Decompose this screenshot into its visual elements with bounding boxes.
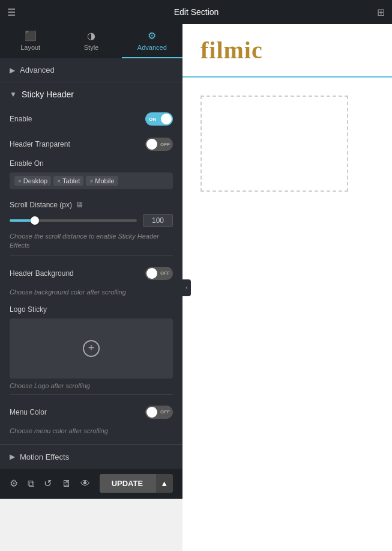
motion-effects-label: Motion Effects <box>20 452 69 461</box>
preview-dashed-box <box>201 96 348 192</box>
style-icon: ◑ <box>87 30 95 41</box>
sticky-header-toggle-header[interactable]: ▼ Sticky Header <box>0 82 182 106</box>
update-button[interactable]: UPDATE <box>100 474 155 493</box>
advanced-chevron-icon: ▶ <box>10 66 15 75</box>
tab-advanced[interactable]: ⚙ Advanced <box>122 24 182 58</box>
chip-tablet[interactable]: × Tablet <box>53 176 83 186</box>
scroll-slider-thumb[interactable] <box>31 216 39 225</box>
logo-sticky-section: Logo Sticky + Choose Logo after scrollin… <box>10 300 173 394</box>
plus-icon: + <box>83 340 100 357</box>
enable-row: Enable <box>10 106 173 132</box>
layout-icon: ⬛ <box>25 30 37 41</box>
header-background-knob <box>146 268 157 279</box>
preview-icon[interactable]: 👁 <box>80 478 90 489</box>
header-transparent-knob <box>146 139 157 150</box>
scroll-slider-track[interactable] <box>10 219 137 222</box>
logo-upload-box[interactable]: + <box>10 318 173 379</box>
tab-bar: ⬛ Layout ◑ Style ⚙ Advanced <box>0 24 182 58</box>
chip-tablet-x[interactable]: × <box>57 178 61 184</box>
chip-desktop[interactable]: × Desktop <box>14 176 51 186</box>
advanced-section-label: Advanced <box>20 65 55 75</box>
header-transparent-toggle[interactable] <box>145 138 173 151</box>
tab-style[interactable]: ◑ Style <box>61 24 121 58</box>
menu-color-label: Menu Color <box>10 408 47 416</box>
enable-on-section: Enable On × Desktop × Tablet <box>10 157 173 195</box>
menu-color-toggle[interactable] <box>145 406 173 419</box>
preview-content <box>182 78 392 204</box>
grid-icon[interactable]: ⊞ <box>377 7 385 18</box>
chip-mobile-label: Mobile <box>95 177 114 184</box>
motion-effects-chevron-icon: ▶ <box>10 452 15 461</box>
chip-desktop-x[interactable]: × <box>18 178 22 184</box>
sticky-header-chevron-icon: ▼ <box>10 90 17 99</box>
motion-effects-section[interactable]: ▶ Motion Effects <box>0 445 182 469</box>
settings-icon[interactable]: ⚙ <box>10 478 18 489</box>
chips-container: × Desktop × Tablet × Mobile <box>10 172 173 189</box>
header-background-hint: Choose background color after scrolling <box>10 288 173 296</box>
scroll-hint-text: Choose the scroll distance to enable Sti… <box>10 232 173 251</box>
preview-area: filmic <box>182 24 392 551</box>
enable-on-label: Enable On <box>10 159 173 168</box>
scroll-distance-section: Scroll Distance (px) 🖥 Choose the s <box>10 195 173 255</box>
top-bar: ☰ Edit Section ⊞ <box>0 0 392 24</box>
sidebar: ⬛ Layout ◑ Style ⚙ Advanced ▶ Advanced <box>0 24 182 499</box>
update-btn-group: UPDATE ▲ <box>100 474 173 493</box>
sidebar-wrapper: ⬛ Layout ◑ Style ⚙ Advanced ▶ Advanced <box>0 24 182 551</box>
advanced-section-header[interactable]: ▶ Advanced <box>0 58 182 82</box>
monitor-icon: 🖥 <box>76 200 83 209</box>
enable-toggle-knob <box>161 114 172 124</box>
advanced-icon: ⚙ <box>148 30 156 41</box>
slider-row <box>10 214 173 227</box>
responsive-icon[interactable]: 🖥 <box>61 478 71 489</box>
sticky-header-title-label: Sticky Header <box>22 90 74 99</box>
menu-color-section: Menu Color Choose menu color after scrol… <box>10 394 173 439</box>
page-title: Edit Section <box>174 7 219 17</box>
scroll-distance-input[interactable] <box>143 214 173 227</box>
header-transparent-label: Header Tranparent <box>10 140 70 148</box>
chip-mobile-x[interactable]: × <box>89 178 93 184</box>
header-background-toggle[interactable] <box>145 267 173 280</box>
layers-icon[interactable]: ⧉ <box>28 478 34 489</box>
header-transparent-row: Header Tranparent <box>10 132 173 157</box>
update-arrow-button[interactable]: ▲ <box>155 474 173 493</box>
preview-header: filmic <box>182 24 392 78</box>
chip-desktop-label: Desktop <box>23 177 47 184</box>
header-background-row: Header Background <box>10 261 173 286</box>
hamburger-icon[interactable]: ☰ <box>7 7 16 18</box>
logo-hint: Choose Logo after scrolling <box>10 382 173 389</box>
sticky-header-section: ▼ Sticky Header Enable <box>0 82 182 445</box>
sticky-header-form: Enable Header Tranparent <box>0 106 182 444</box>
scroll-distance-label-row: Scroll Distance (px) 🖥 <box>10 200 173 209</box>
menu-color-row: Menu Color <box>10 400 173 425</box>
chip-mobile[interactable]: × Mobile <box>86 176 118 186</box>
header-background-section: Header Background Choose background colo… <box>10 255 173 300</box>
tab-style-label: Style <box>84 44 98 51</box>
header-background-label: Header Background <box>10 269 74 278</box>
preview-logo: filmic <box>201 36 374 64</box>
menu-color-knob <box>146 407 157 418</box>
tab-layout[interactable]: ⬛ Layout <box>0 24 61 58</box>
enable-label: Enable <box>10 115 32 123</box>
chip-tablet-label: Tablet <box>62 177 80 184</box>
scroll-distance-text: Scroll Distance (px) <box>10 201 72 209</box>
tab-layout-label: Layout <box>20 44 40 51</box>
logo-sticky-label: Logo Sticky <box>10 305 173 314</box>
bottom-icons: ⚙ ⧉ ↺ 🖥 👁 <box>10 478 90 489</box>
enable-toggle[interactable] <box>145 112 173 126</box>
sidebar-collapse-arrow[interactable]: ‹ <box>182 279 191 296</box>
sidebar-content: ▶ Advanced ▼ Sticky Header Enable <box>0 58 182 469</box>
menu-color-hint: Choose menu color after scrolling <box>10 427 173 434</box>
main-layout: ⬛ Layout ◑ Style ⚙ Advanced ▶ Advanced <box>0 24 392 551</box>
bottom-bar: ⚙ ⧉ ↺ 🖥 👁 UPDATE ▲ <box>0 469 182 499</box>
tab-advanced-label: Advanced <box>137 44 167 51</box>
history-icon[interactable]: ↺ <box>44 478 52 489</box>
